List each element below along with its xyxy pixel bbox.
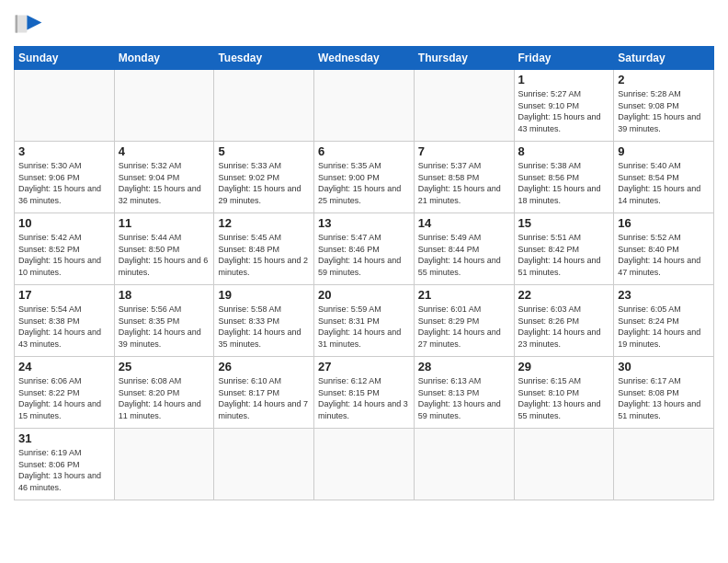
day-info: Sunrise: 5:54 AM Sunset: 8:38 PM Dayligh… [18,304,110,350]
day-info: Sunrise: 5:32 AM Sunset: 9:04 PM Dayligh… [119,160,210,206]
day-info: Sunrise: 6:08 AM Sunset: 8:20 PM Dayligh… [119,375,210,421]
calendar-cell: 24Sunrise: 6:06 AM Sunset: 8:22 PM Dayli… [15,357,115,429]
day-number: 21 [418,288,510,302]
day-number: 15 [518,216,610,230]
weekday-sunday: Sunday [15,47,115,70]
weekday-thursday: Thursday [414,47,514,70]
calendar-cell: 15Sunrise: 5:51 AM Sunset: 8:42 PM Dayli… [514,213,614,285]
calendar-cell: 28Sunrise: 6:13 AM Sunset: 8:13 PM Dayli… [414,357,514,429]
calendar-cell [314,429,415,500]
week-row-3: 10Sunrise: 5:42 AM Sunset: 8:52 PM Dayli… [15,213,714,285]
header [14,9,714,39]
day-number: 20 [318,288,410,302]
day-info: Sunrise: 5:28 AM Sunset: 9:08 PM Dayligh… [618,88,710,134]
day-number: 5 [218,144,310,158]
day-number: 23 [618,288,710,302]
day-info: Sunrise: 6:17 AM Sunset: 8:08 PM Dayligh… [618,375,710,421]
day-number: 24 [18,360,110,373]
calendar-cell: 26Sunrise: 6:10 AM Sunset: 8:17 PM Dayli… [214,357,314,429]
day-info: Sunrise: 5:30 AM Sunset: 9:06 PM Dayligh… [18,160,110,206]
calendar-cell [414,70,514,142]
calendar-cell [214,429,314,500]
day-info: Sunrise: 6:10 AM Sunset: 8:17 PM Dayligh… [218,375,310,421]
day-number: 13 [318,216,410,230]
calendar-cell: 17Sunrise: 5:54 AM Sunset: 8:38 PM Dayli… [15,285,115,357]
day-info: Sunrise: 5:27 AM Sunset: 9:10 PM Dayligh… [518,88,610,134]
calendar-cell: 20Sunrise: 5:59 AM Sunset: 8:31 PM Dayli… [314,285,415,357]
day-number: 14 [418,216,510,230]
day-number: 11 [119,216,210,230]
calendar-cell: 4Sunrise: 5:32 AM Sunset: 9:04 PM Daylig… [114,142,214,213]
day-number: 8 [518,144,610,158]
calendar-cell: 3Sunrise: 5:30 AM Sunset: 9:06 PM Daylig… [15,142,115,213]
calendar-cell: 11Sunrise: 5:44 AM Sunset: 8:50 PM Dayli… [114,213,214,285]
day-info: Sunrise: 5:33 AM Sunset: 9:02 PM Dayligh… [218,160,310,206]
calendar-cell [114,70,214,142]
day-number: 26 [218,360,310,373]
day-info: Sunrise: 6:03 AM Sunset: 8:26 PM Dayligh… [518,304,610,350]
weekday-tuesday: Tuesday [214,47,314,70]
calendar-cell: 13Sunrise: 5:47 AM Sunset: 8:46 PM Dayli… [314,213,415,285]
day-number: 27 [318,360,410,373]
day-number: 31 [18,431,110,445]
day-info: Sunrise: 5:47 AM Sunset: 8:46 PM Dayligh… [318,232,410,278]
day-number: 6 [318,144,410,158]
calendar-cell [314,70,415,142]
weekday-header-row: SundayMondayTuesdayWednesdayThursdayFrid… [15,47,714,70]
day-number: 25 [119,360,210,373]
day-info: Sunrise: 5:38 AM Sunset: 8:56 PM Dayligh… [518,160,610,206]
calendar-cell: 19Sunrise: 5:58 AM Sunset: 8:33 PM Dayli… [214,285,314,357]
calendar-cell: 18Sunrise: 5:56 AM Sunset: 8:35 PM Dayli… [114,285,214,357]
day-info: Sunrise: 6:01 AM Sunset: 8:29 PM Dayligh… [418,304,510,350]
calendar-cell: 31Sunrise: 6:19 AM Sunset: 8:06 PM Dayli… [15,429,115,500]
weekday-friday: Friday [514,47,614,70]
calendar-cell: 5Sunrise: 5:33 AM Sunset: 9:02 PM Daylig… [214,142,314,213]
day-info: Sunrise: 5:37 AM Sunset: 8:58 PM Dayligh… [418,160,510,206]
day-info: Sunrise: 5:58 AM Sunset: 8:33 PM Dayligh… [218,304,310,350]
calendar-cell: 12Sunrise: 5:45 AM Sunset: 8:48 PM Dayli… [214,213,314,285]
day-number: 12 [218,216,310,230]
day-info: Sunrise: 6:06 AM Sunset: 8:22 PM Dayligh… [18,375,110,421]
calendar-cell: 7Sunrise: 5:37 AM Sunset: 8:58 PM Daylig… [414,142,514,213]
calendar-cell [614,429,714,500]
day-info: Sunrise: 5:44 AM Sunset: 8:50 PM Dayligh… [119,232,210,278]
day-info: Sunrise: 5:49 AM Sunset: 8:44 PM Dayligh… [418,232,510,278]
week-row-5: 24Sunrise: 6:06 AM Sunset: 8:22 PM Dayli… [15,357,714,429]
calendar: SundayMondayTuesdayWednesdayThursdayFrid… [14,46,714,500]
day-number: 19 [218,288,310,302]
svg-marker-1 [27,15,41,29]
calendar-cell: 25Sunrise: 6:08 AM Sunset: 8:20 PM Dayli… [114,357,214,429]
calendar-cell: 1Sunrise: 5:27 AM Sunset: 9:10 PM Daylig… [514,70,614,142]
day-info: Sunrise: 6:12 AM Sunset: 8:15 PM Dayligh… [318,375,410,421]
day-info: Sunrise: 5:56 AM Sunset: 8:35 PM Dayligh… [119,304,210,350]
logo [14,9,47,39]
generalblue-logo-icon [14,9,43,39]
day-info: Sunrise: 6:15 AM Sunset: 8:10 PM Dayligh… [518,375,610,421]
day-number: 2 [618,73,710,86]
day-info: Sunrise: 5:52 AM Sunset: 8:40 PM Dayligh… [618,232,710,278]
weekday-saturday: Saturday [614,47,714,70]
day-number: 7 [418,144,510,158]
day-number: 4 [119,144,210,158]
calendar-cell: 22Sunrise: 6:03 AM Sunset: 8:26 PM Dayli… [514,285,614,357]
calendar-cell: 16Sunrise: 5:52 AM Sunset: 8:40 PM Dayli… [614,213,714,285]
day-number: 17 [18,288,110,302]
calendar-cell: 23Sunrise: 6:05 AM Sunset: 8:24 PM Dayli… [614,285,714,357]
calendar-cell [214,70,314,142]
weekday-monday: Monday [114,47,214,70]
calendar-cell: 27Sunrise: 6:12 AM Sunset: 8:15 PM Dayli… [314,357,415,429]
calendar-cell: 8Sunrise: 5:38 AM Sunset: 8:56 PM Daylig… [514,142,614,213]
day-number: 3 [18,144,110,158]
day-info: Sunrise: 5:51 AM Sunset: 8:42 PM Dayligh… [518,232,610,278]
week-row-6: 31Sunrise: 6:19 AM Sunset: 8:06 PM Dayli… [15,429,714,500]
day-number: 29 [518,360,610,373]
calendar-cell: 9Sunrise: 5:40 AM Sunset: 8:54 PM Daylig… [614,142,714,213]
day-number: 16 [618,216,710,230]
calendar-cell: 21Sunrise: 6:01 AM Sunset: 8:29 PM Dayli… [414,285,514,357]
day-info: Sunrise: 5:59 AM Sunset: 8:31 PM Dayligh… [318,304,410,350]
day-info: Sunrise: 5:35 AM Sunset: 9:00 PM Dayligh… [318,160,410,206]
calendar-cell: 29Sunrise: 6:15 AM Sunset: 8:10 PM Dayli… [514,357,614,429]
weekday-wednesday: Wednesday [314,47,415,70]
calendar-cell [15,70,115,142]
calendar-cell: 2Sunrise: 5:28 AM Sunset: 9:08 PM Daylig… [614,70,714,142]
